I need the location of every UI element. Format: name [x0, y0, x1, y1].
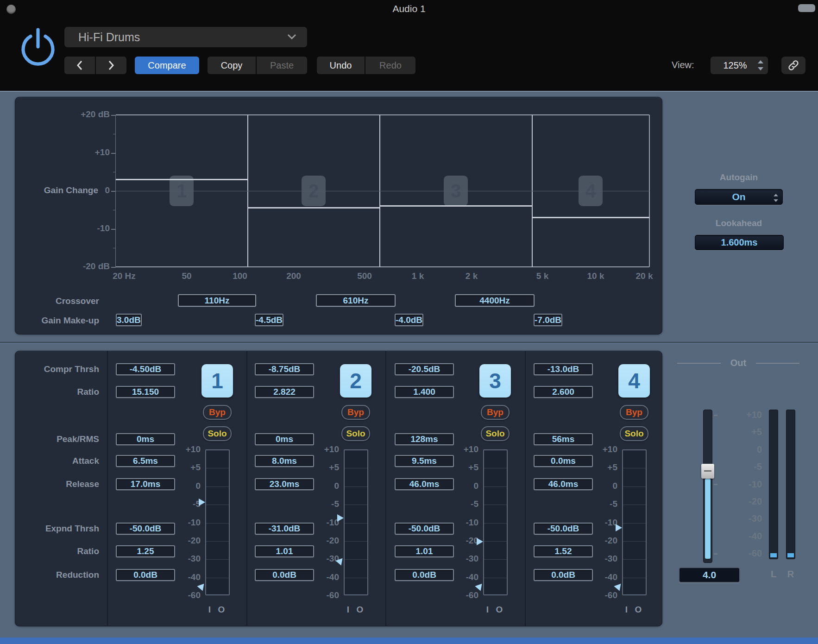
- band3-compr-thresh-field[interactable]: -20.5dB: [395, 363, 454, 375]
- band1-bypass-button[interactable]: Byp: [203, 405, 232, 420]
- band3-solo-button[interactable]: Solo: [481, 426, 510, 441]
- paste-button[interactable]: Paste: [257, 57, 307, 74]
- preset-selector[interactable]: Hi-Fi Drums: [64, 27, 307, 47]
- band3-ratio-field[interactable]: 1.400: [395, 386, 454, 398]
- band2-compressor-threshold-marker[interactable]: [337, 514, 344, 522]
- band4-bypass-button[interactable]: Byp: [620, 405, 648, 420]
- band1-peak-rms-field[interactable]: 0ms: [116, 433, 175, 445]
- output-gain-fader[interactable]: [703, 410, 712, 563]
- band1-gain-line[interactable]: [116, 179, 248, 180]
- gain-makeup-4-field[interactable]: -7.0dB: [534, 314, 562, 326]
- band3-io-label: I O: [482, 605, 510, 615]
- band2-compr-thresh-field[interactable]: -8.75dB: [255, 363, 314, 375]
- band4-ratio-field[interactable]: 2.600: [534, 386, 593, 398]
- band1-compr-thresh-field[interactable]: -4.50dB: [116, 363, 175, 375]
- meter-tick: [484, 541, 507, 542]
- view-zoom-stepper[interactable]: [758, 60, 763, 70]
- meter-tick: [484, 523, 507, 524]
- band1-compressor-threshold-marker[interactable]: [199, 499, 205, 506]
- crossover-2-field[interactable]: 610Hz: [316, 294, 396, 307]
- view-label: View:: [672, 60, 694, 70]
- band3-meter-scale-label: -40: [441, 572, 478, 582]
- chevron-left-icon: [76, 60, 83, 71]
- window-corner-widget[interactable]: [798, 4, 815, 12]
- axis-tick: [111, 153, 116, 154]
- power-button[interactable]: [19, 27, 57, 69]
- band3-meter-scale-label: -60: [441, 590, 478, 600]
- band1-solo-button[interactable]: Solo: [203, 426, 232, 441]
- band3-peak-rms-field[interactable]: 128ms: [395, 433, 454, 445]
- preset-name: Hi-Fi Drums: [78, 31, 140, 44]
- window-bottom-edge: [0, 638, 818, 644]
- band1-io-label: I O: [204, 605, 232, 615]
- band4-gain-line[interactable]: [532, 217, 649, 218]
- link-icon: [787, 59, 800, 72]
- band3-badge[interactable]: 3: [479, 364, 511, 398]
- gain-makeup-1-field[interactable]: 3.0dB: [116, 314, 142, 326]
- meter-tick: [623, 505, 646, 505]
- meter-level-cap: [770, 553, 777, 557]
- previous-preset-button[interactable]: [64, 57, 95, 74]
- graph-freq-label: 20 Hz: [106, 271, 143, 281]
- axis-tick: [111, 267, 116, 268]
- band2-meter-scale-label: -10: [302, 518, 339, 528]
- out-scale-label: -30: [725, 513, 762, 524]
- band1-meter-scale-label: -10: [164, 518, 201, 528]
- band2-gain-line[interactable]: [248, 207, 380, 208]
- meter-tick: [206, 505, 229, 505]
- graph-freq-label: 500: [346, 271, 383, 281]
- band4-peak-rms-field[interactable]: 56ms: [534, 433, 593, 445]
- meter-right-label: R: [781, 569, 800, 580]
- band2-solo-button[interactable]: Solo: [341, 426, 370, 441]
- link-button[interactable]: [781, 57, 805, 74]
- band4-compr-thresh-field[interactable]: -13.0dB: [534, 363, 593, 375]
- out-scale-label: +5: [725, 427, 762, 437]
- autogain-stepper[interactable]: [774, 194, 778, 202]
- lookahead-label: Lookahead: [695, 218, 783, 228]
- band2-ratio-field[interactable]: 2.822: [255, 386, 314, 398]
- band3-gain-line[interactable]: [380, 205, 532, 207]
- undo-button[interactable]: Undo: [317, 57, 365, 74]
- band4-solo-button[interactable]: Solo: [620, 426, 648, 441]
- autogain-select[interactable]: On: [695, 189, 783, 205]
- band3-compressor-threshold-marker[interactable]: [477, 538, 483, 545]
- view-zoom-select[interactable]: 125%: [711, 57, 768, 74]
- gain-makeup-3-field[interactable]: -4.0dB: [395, 314, 423, 326]
- fader-tick: [714, 415, 717, 416]
- band3-meter-scale-label: -30: [441, 554, 478, 564]
- autogain-value: On: [732, 191, 745, 202]
- compare-button[interactable]: Compare: [135, 57, 199, 74]
- band2-badge[interactable]: 2: [340, 364, 371, 398]
- band1-meter-scale-label: +5: [164, 462, 201, 473]
- band3-bypass-button[interactable]: Byp: [481, 405, 510, 420]
- redo-button[interactable]: Redo: [365, 57, 415, 74]
- next-preset-button[interactable]: [96, 57, 126, 74]
- expnd-ratio-label: Ratio: [0, 546, 99, 556]
- band1-ratio-field[interactable]: 15.150: [116, 386, 175, 398]
- meter-left-label: L: [764, 569, 783, 580]
- meter-level-cap: [787, 553, 794, 557]
- out-scale-label: 0: [725, 444, 762, 455]
- axis-minor-tick: [113, 172, 116, 172]
- view-zoom-value: 125%: [723, 60, 747, 70]
- band3-meter-scale-label: -10: [441, 518, 478, 528]
- lookahead-field[interactable]: 1.600ms: [695, 235, 784, 250]
- fader-fill: [705, 479, 711, 559]
- output-gain-field[interactable]: 4.0: [679, 567, 740, 583]
- peak-rms-label: Peak/RMS: [0, 434, 99, 444]
- band2-peak-rms-field[interactable]: 0ms: [255, 433, 314, 445]
- copy-button[interactable]: Copy: [208, 57, 256, 74]
- expnd-thrsh-label: Expnd Thrsh: [0, 524, 99, 534]
- graph-freq-label: 5 k: [524, 271, 561, 281]
- meter-tick: [484, 559, 507, 560]
- band4-compressor-threshold-marker[interactable]: [616, 524, 622, 531]
- band1-badge[interactable]: 1: [201, 364, 233, 398]
- autogain-label: Autogain: [695, 172, 783, 183]
- output-gain-fader-thumb[interactable]: [701, 464, 714, 479]
- band2-bypass-button[interactable]: Byp: [341, 405, 370, 420]
- crossover-3-field[interactable]: 4400Hz: [455, 294, 535, 307]
- meter-tick: [206, 578, 229, 578]
- crossover-1-field[interactable]: 110Hz: [178, 294, 256, 307]
- gain-makeup-2-field[interactable]: -4.5dB: [255, 314, 283, 326]
- band4-badge[interactable]: 4: [618, 364, 650, 398]
